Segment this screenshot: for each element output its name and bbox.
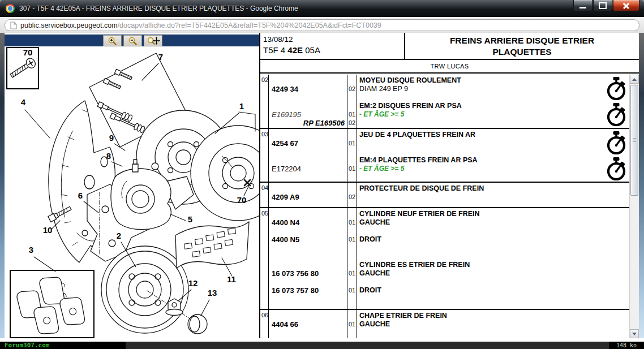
quantity: 01 xyxy=(347,235,357,244)
quantity: 01 xyxy=(347,320,357,329)
table-line xyxy=(260,148,629,156)
description: - ET ÂGE >= 5 xyxy=(357,110,629,119)
diagram-callout: 8 xyxy=(106,151,111,161)
zoom-out-icon xyxy=(127,36,139,45)
description: GAUCHE xyxy=(357,320,629,329)
table-row: 06CHAPE ETRIER DE FREIN4404 6601GAUCHE xyxy=(260,310,629,338)
url-domain: public.servicebox.peugeot.com xyxy=(20,21,118,29)
diagram-callout: 70 xyxy=(237,195,247,205)
description xyxy=(357,193,629,201)
part-reference: 4249 34 xyxy=(268,85,347,93)
table-line: 4400 N401GAUCHE xyxy=(260,218,629,227)
quantity: 02 xyxy=(347,119,357,127)
scrollbar-thumb[interactable] xyxy=(630,85,638,196)
stopwatch-icon[interactable] xyxy=(606,130,627,155)
window-controls xyxy=(573,0,639,11)
diagram-callout: 7 xyxy=(158,52,163,62)
zoom-pan-button[interactable] xyxy=(144,35,162,46)
description xyxy=(357,252,629,261)
table-line: EM:2 DISQUES FREIN AR PSA xyxy=(260,102,629,110)
maximize-icon xyxy=(599,2,607,9)
zoom-out-button[interactable] xyxy=(123,35,142,46)
part-reference: E169195 xyxy=(268,110,347,119)
maximize-button[interactable] xyxy=(593,0,612,11)
stopwatch-icons xyxy=(606,76,627,127)
quantity xyxy=(347,252,357,261)
quantity xyxy=(347,156,357,165)
scroll-up-button[interactable] xyxy=(630,75,639,84)
description: EM:2 DISQUES FREIN AR PSA xyxy=(357,102,629,110)
close-button[interactable] xyxy=(613,0,639,11)
quantity: 01 xyxy=(347,269,357,278)
part-reference: 4400 N5 xyxy=(268,235,347,244)
description: JEU DE 4 PLAQUETTES FREIN AR xyxy=(357,131,629,139)
diagram-callout: 3 xyxy=(29,245,33,255)
description: DROIT xyxy=(357,235,629,244)
arrow-up-icon xyxy=(632,78,637,81)
diagram-callout: 6 xyxy=(78,191,83,200)
description: - ET ÂGE >= 5 xyxy=(357,165,629,173)
row-index: 03 xyxy=(261,131,268,137)
table-row: 03JEU DE 4 PLAQUETTES FREIN AR4254 6701E… xyxy=(260,129,629,183)
vertical-scrollbar xyxy=(629,75,639,338)
stopwatch-icon[interactable] xyxy=(606,76,627,101)
description: GAUCHE xyxy=(357,269,629,278)
quantity xyxy=(347,210,357,218)
browser-window: 307 - T5F 4 42E05A - FREINS ARRIERE DISQ… xyxy=(0,0,644,349)
description: DROIT xyxy=(357,286,629,295)
address-input[interactable]: public.servicebox.peugeot.com/docapv/aff… xyxy=(5,19,639,31)
part-reference xyxy=(268,244,347,252)
table-line: CYLINDRE NEUF ETRIER DE FREIN xyxy=(260,210,629,218)
table-line: E17220401- ET ÂGE >= 5 xyxy=(260,165,629,173)
table-line: 16 073 757 8001DROIT xyxy=(260,286,629,295)
part-reference: 4254 67 xyxy=(268,139,347,148)
part-reference xyxy=(268,76,347,85)
table-line xyxy=(260,244,629,252)
minimize-button[interactable] xyxy=(573,0,593,11)
quantity: 01 xyxy=(347,218,357,227)
description: GAUCHE xyxy=(357,218,629,227)
part-reference: RP E169506 xyxy=(268,119,347,127)
description: CYLINDRE NEUF ETRIER DE FREIN xyxy=(357,210,629,218)
arrow-down-icon xyxy=(632,333,637,335)
part-reference xyxy=(268,252,347,261)
zoom-in-icon xyxy=(107,36,118,45)
stopwatch-icons xyxy=(606,130,627,181)
footer-bar: Forum307.com 148 ko xyxy=(0,342,644,349)
quantity: 01 xyxy=(347,286,357,295)
zoom-in-button[interactable] xyxy=(103,35,122,46)
table-line: 4404 6601GAUCHE xyxy=(260,320,629,329)
doc-title-line2: PLAQUETTES xyxy=(405,46,639,58)
doc-title-line1: FREINS ARRIERE DISQUE ETRIER xyxy=(405,35,639,46)
table-line: CHAPE ETRIER DE FREIN xyxy=(260,312,629,320)
quantity xyxy=(347,184,357,193)
diagram-callout: 12 xyxy=(188,278,198,288)
brake-disc-lower xyxy=(101,246,188,333)
supplier-label: TRW LUCAS xyxy=(260,60,639,74)
diagram-callout: 4 xyxy=(21,97,26,107)
page-content: 707498170610523111213 13/08/12 T5F 4 42E… xyxy=(0,33,644,338)
close-icon xyxy=(622,2,630,9)
part-reference: E172204 xyxy=(268,165,347,173)
quantity: 01 xyxy=(347,139,357,148)
table-line xyxy=(260,227,629,235)
quantity: 01 xyxy=(347,165,357,173)
description xyxy=(357,227,629,235)
scroll-down-button[interactable] xyxy=(630,329,639,338)
table-line: PROTECTEUR DE DISQUE DE FREIN xyxy=(260,184,629,193)
stopwatch-icon[interactable] xyxy=(606,156,627,181)
stopwatch-icon[interactable] xyxy=(606,102,627,127)
table-line: MOYEU DISQUE ROULEMENT xyxy=(260,76,629,85)
diagram-callout: 2 xyxy=(117,231,121,240)
quantity xyxy=(347,261,357,269)
chrome-icon xyxy=(6,4,15,13)
column-divider xyxy=(357,310,357,338)
description xyxy=(357,139,629,148)
part-reference: 4404 66 xyxy=(268,320,347,329)
part-reference xyxy=(268,312,347,320)
table-row: 04PROTECTEUR DE DISQUE DE FREIN4209 A902 xyxy=(260,183,629,208)
column-divider xyxy=(347,75,347,128)
column-divider xyxy=(347,310,347,338)
description: CYLINDRE ES ETRIER DE FREIN xyxy=(357,261,629,269)
part-reference xyxy=(268,227,347,235)
